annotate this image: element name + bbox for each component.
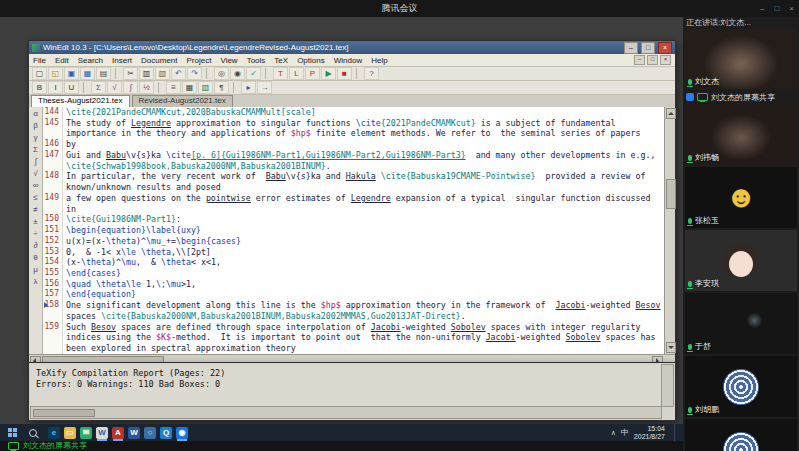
save-icon[interactable]: ▣: [64, 67, 79, 80]
menu-document[interactable]: Document: [141, 56, 177, 65]
winedt-app[interactable]: W: [96, 427, 108, 439]
taskbar-search-button[interactable]: [24, 429, 42, 437]
console-hscroll-thumb[interactable]: [33, 409, 95, 417]
qq-app[interactable]: Q: [160, 427, 172, 439]
ime-indicator[interactable]: 中: [621, 427, 629, 438]
symbol-tool-icon[interactable]: √: [33, 169, 37, 178]
sqrt-icon[interactable]: √: [107, 81, 122, 94]
print-icon[interactable]: ▤: [96, 67, 111, 80]
close-icon[interactable]: ×: [789, 4, 794, 13]
participant-tile[interactable]: [685, 419, 797, 451]
editor-vscrollbar[interactable]: [664, 107, 675, 354]
console-vscrollbar[interactable]: [661, 364, 674, 407]
show-desktop-button[interactable]: [674, 424, 679, 441]
bold-icon[interactable]: B: [32, 81, 47, 94]
tray-expand-icon[interactable]: ∧: [611, 429, 616, 437]
symbol-tool-icon[interactable]: β: [33, 121, 38, 130]
symbol-tool-icon[interactable]: ∂: [34, 241, 38, 250]
menu-options[interactable]: Options: [297, 56, 325, 65]
bookmark-icon[interactable]: ▸: [241, 81, 256, 94]
symbol-tool-icon[interactable]: λ: [34, 277, 38, 286]
symbol-tool-icon[interactable]: ≠: [33, 205, 37, 214]
participant-tile[interactable]: 于舒: [685, 293, 797, 354]
menu-project[interactable]: Project: [187, 56, 212, 65]
mdi-restore-icon[interactable]: □: [647, 55, 658, 65]
menu-insert[interactable]: Insert: [112, 56, 132, 65]
symbol-tool-icon[interactable]: ∫: [34, 157, 36, 166]
open-file-icon[interactable]: ◱: [48, 67, 63, 80]
menu-search[interactable]: Search: [78, 56, 103, 65]
symbol-tool-icon[interactable]: ±: [33, 217, 37, 226]
save-all-icon[interactable]: ▦: [80, 67, 95, 80]
itemize-icon[interactable]: ≡: [166, 81, 181, 94]
find-icon[interactable]: ◎: [214, 67, 229, 80]
scroll-down-icon[interactable]: [666, 342, 676, 353]
latex-icon[interactable]: L: [289, 67, 304, 80]
browser-app[interactable]: ○: [144, 427, 156, 439]
fraction-icon[interactable]: ½: [139, 81, 154, 94]
menu-tex[interactable]: TeX: [274, 56, 288, 65]
menu-window[interactable]: Window: [334, 56, 362, 65]
underline-icon[interactable]: U: [64, 81, 79, 94]
console-hscrollbar[interactable]: [30, 406, 662, 419]
help-icon[interactable]: ?: [364, 67, 379, 80]
vscroll-thumb[interactable]: [666, 179, 676, 209]
meeting-app[interactable]: ◉: [176, 427, 188, 439]
figure-icon[interactable]: ▧: [198, 81, 213, 94]
editor-titlebar[interactable]: WinEdt 10.3 - [C:\Users\Lenovo\Desktop\L…: [29, 41, 675, 54]
minimize-icon[interactable]: –: [760, 4, 764, 13]
mdi-minimize-icon[interactable]: –: [634, 55, 645, 65]
new-file-icon[interactable]: ▢: [32, 67, 47, 80]
scroll-up-icon[interactable]: [666, 108, 676, 119]
undo-icon[interactable]: ↶: [171, 67, 186, 80]
table-icon[interactable]: ▦: [182, 81, 197, 94]
pdf-app[interactable]: A: [112, 427, 124, 439]
editor-close-icon[interactable]: ×: [658, 42, 672, 54]
edge-app[interactable]: e: [48, 427, 60, 439]
participant-tile[interactable]: ☻张松玉: [685, 167, 797, 228]
symbol-tool-icon[interactable]: ≤: [33, 193, 37, 202]
symbol-tool-icon[interactable]: Σ: [33, 145, 38, 154]
maximize-icon[interactable]: □: [774, 4, 779, 13]
wechat-app[interactable]: ✉: [80, 427, 92, 439]
texify-icon[interactable]: T: [273, 67, 288, 80]
document-tab[interactable]: Theses-August2021.tex: [31, 95, 130, 107]
integral-icon[interactable]: ∫: [123, 81, 138, 94]
participant-tile[interactable]: 李安琪: [685, 230, 797, 291]
symbol-tool-icon[interactable]: γ: [34, 133, 38, 142]
menu-edit[interactable]: Edit: [55, 56, 69, 65]
goto-line-icon[interactable]: →: [257, 81, 272, 94]
taskbar-clock[interactable]: 15:04 2021/8/27: [634, 425, 665, 441]
speaker-video-tile[interactable]: 刘文杰: [685, 29, 797, 89]
symbol-tool-icon[interactable]: ∞: [33, 181, 39, 190]
replace-icon[interactable]: ◉: [230, 67, 245, 80]
redo-icon[interactable]: ↷: [187, 67, 202, 80]
symbol-tool-icon[interactable]: θ: [33, 253, 37, 262]
menu-file[interactable]: File: [33, 56, 46, 65]
menu-help[interactable]: Help: [371, 56, 387, 65]
copy-icon[interactable]: ▥: [139, 67, 154, 80]
participant-tile[interactable]: 刘祎畅: [685, 104, 797, 165]
preview-icon[interactable]: ▶: [321, 67, 336, 80]
mdi-close-icon[interactable]: ×: [660, 55, 671, 65]
word-app[interactable]: W: [128, 427, 140, 439]
symbol-tool-icon[interactable]: μ: [33, 265, 38, 274]
sum-icon[interactable]: Σ: [91, 81, 106, 94]
menu-view[interactable]: View: [220, 56, 237, 65]
cut-icon[interactable]: ✂: [123, 67, 138, 80]
start-button[interactable]: [0, 424, 24, 441]
editor-maximize-icon[interactable]: □: [641, 42, 655, 54]
share-badge-label[interactable]: 刘文杰的屏幕共享: [23, 441, 87, 451]
code-editor[interactable]: 144\cite{2021PandeCMAMKcut,2020BabuskaCM…: [43, 107, 664, 354]
italic-icon[interactable]: I: [48, 81, 63, 94]
stop-icon[interactable]: ■: [337, 67, 352, 80]
explorer-app[interactable]: ▭: [64, 427, 76, 439]
document-tab[interactable]: Revised-August2021.tex: [132, 95, 233, 107]
editor-minimize-icon[interactable]: –: [624, 42, 638, 54]
participant-tile[interactable]: 刘胡鹏: [685, 356, 797, 417]
paste-icon[interactable]: ▧: [155, 67, 170, 80]
symbol-tool-icon[interactable]: ÷: [33, 229, 37, 238]
pdflatex-icon[interactable]: P: [305, 67, 320, 80]
spellcheck-icon[interactable]: ✓: [246, 67, 261, 80]
paragraph-icon[interactable]: ¶: [214, 81, 229, 94]
